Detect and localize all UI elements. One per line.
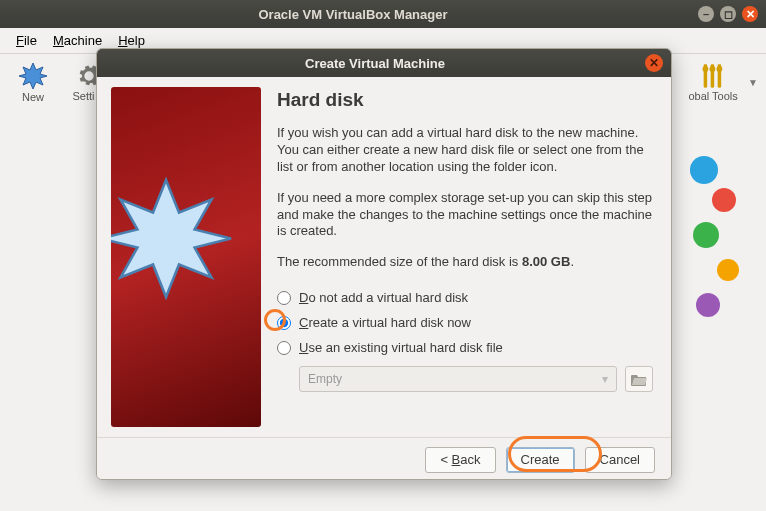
- dialog-close-button[interactable]: ✕: [645, 54, 663, 72]
- svg-point-9: [693, 222, 719, 248]
- svg-point-4: [703, 66, 709, 72]
- maximize-button[interactable]: ◻: [720, 6, 736, 22]
- dialog-recommended: The recommended size of the hard disk is…: [277, 254, 653, 271]
- svg-marker-0: [19, 63, 47, 89]
- menu-file[interactable]: File: [10, 33, 43, 48]
- svg-point-7: [690, 156, 718, 184]
- toolbar-global-tools-button[interactable]: obal Tools: [688, 62, 738, 102]
- toolbar-dropdown-caret[interactable]: ▼: [748, 77, 758, 88]
- starburst-icon: [18, 61, 48, 91]
- welcome-illustration: [684, 140, 748, 340]
- recommended-prefix: The recommended size of the hard disk is: [277, 254, 522, 269]
- svg-point-8: [712, 188, 736, 212]
- dialog-sidebar-graphic: [111, 87, 261, 427]
- dialog-titlebar: Create Virtual Machine ✕: [97, 49, 671, 77]
- radio-create[interactable]: Create a virtual hard disk now: [277, 310, 653, 335]
- radio-existing-input[interactable]: [277, 341, 291, 355]
- radio-group: Do not add a virtual hard disk Create a …: [277, 285, 653, 392]
- menu-machine[interactable]: Machine: [47, 33, 108, 48]
- combo-placeholder: Empty: [308, 372, 342, 386]
- radio-none-label: Do not add a virtual hard disk: [299, 290, 468, 305]
- dialog-title: Create Virtual Machine: [105, 56, 645, 71]
- cancel-button[interactable]: Cancel: [585, 447, 655, 473]
- main-window-title: Oracle VM VirtualBox Manager: [8, 7, 698, 22]
- radio-existing-label: Use an existing virtual hard disk file: [299, 340, 503, 355]
- svg-point-10: [717, 259, 739, 281]
- create-vm-dialog: Create Virtual Machine ✕ Hard disk If yo…: [96, 48, 672, 480]
- folder-icon: [631, 372, 647, 386]
- tools-icon: [699, 62, 727, 90]
- svg-point-6: [717, 66, 723, 72]
- starburst-graphic-icon: [111, 87, 261, 427]
- toolbar-new-button[interactable]: New: [8, 61, 58, 103]
- window-controls: – ◻ ✕: [698, 6, 758, 22]
- radio-existing[interactable]: Use an existing virtual hard disk file: [277, 335, 653, 360]
- recommended-size: 8.00 GB: [522, 254, 570, 269]
- close-window-button[interactable]: ✕: [742, 6, 758, 22]
- create-button[interactable]: Create: [506, 447, 575, 473]
- minimize-button[interactable]: –: [698, 6, 714, 22]
- browse-folder-button[interactable]: [625, 366, 653, 392]
- back-button[interactable]: < Back: [425, 447, 495, 473]
- dialog-button-bar: < Back Create Cancel: [97, 437, 671, 480]
- toolbar-global-tools-label: obal Tools: [688, 90, 737, 102]
- svg-marker-12: [111, 180, 231, 297]
- dialog-heading: Hard disk: [277, 89, 653, 111]
- dialog-para2: If you need a more complex storage set-u…: [277, 190, 653, 241]
- svg-point-11: [696, 293, 720, 317]
- toolbar-new-label: New: [22, 91, 44, 103]
- recommended-suffix: .: [570, 254, 574, 269]
- radio-none[interactable]: Do not add a virtual hard disk: [277, 285, 653, 310]
- radio-none-input[interactable]: [277, 291, 291, 305]
- existing-disk-combo[interactable]: Empty: [299, 366, 617, 392]
- svg-point-5: [710, 66, 716, 72]
- radio-create-label: Create a virtual hard disk now: [299, 315, 471, 330]
- dialog-para1: If you wish you can add a virtual hard d…: [277, 125, 653, 176]
- menu-help[interactable]: Help: [112, 33, 151, 48]
- radio-create-input[interactable]: [277, 316, 291, 330]
- dialog-content: Hard disk If you wish you can add a virt…: [271, 77, 671, 437]
- main-window-titlebar: Oracle VM VirtualBox Manager – ◻ ✕: [0, 0, 766, 28]
